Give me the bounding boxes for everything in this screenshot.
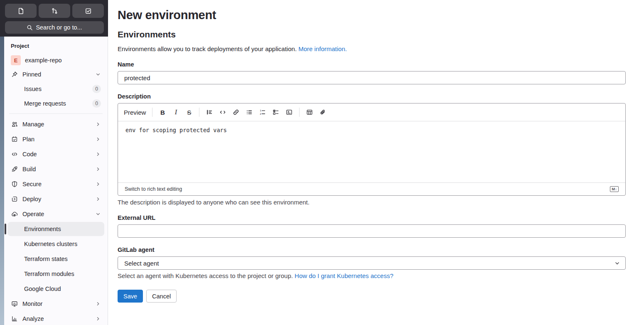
sidebar-item-plan[interactable]: Plan <box>7 132 104 146</box>
form-actions: Save Cancel <box>118 290 626 303</box>
gitlab-agent-select[interactable]: Select agent <box>118 256 626 270</box>
sidebar-item-terraform-modules[interactable]: Terraform modules <box>7 267 104 281</box>
table-button[interactable] <box>303 106 316 118</box>
chevron-right-icon <box>95 181 101 187</box>
markdown-editor-footer: Switch to rich text editing M↓ <box>118 182 625 195</box>
todo-shortcut-button[interactable] <box>72 4 104 18</box>
chevron-right-icon <box>95 136 101 142</box>
italic-button[interactable]: I <box>170 106 182 118</box>
analyze-label: Analyze <box>22 315 44 322</box>
chevron-down-icon <box>95 211 101 217</box>
merge-requests-shortcut-button[interactable] <box>39 4 70 18</box>
merge-request-icon <box>51 7 58 15</box>
terraform-modules-label: Terraform modules <box>24 271 74 277</box>
toolbar-divider <box>299 108 300 117</box>
task-list-button[interactable] <box>270 106 282 118</box>
rocket-icon <box>11 166 18 172</box>
merge-requests-label: Merge requests <box>24 100 66 107</box>
gitlab-agent-selected-value: Select agent <box>124 260 159 267</box>
bold-button[interactable]: B <box>156 106 169 118</box>
link-button[interactable] <box>230 106 242 118</box>
deploy-play-icon <box>11 196 18 202</box>
sidebar-item-monitor[interactable]: Monitor <box>7 297 104 311</box>
attach-file-button[interactable] <box>317 106 329 118</box>
deploy-label: Deploy <box>22 196 41 202</box>
collapsible-section-button[interactable] <box>283 106 295 118</box>
sidebar-item-code[interactable]: Code <box>7 147 104 161</box>
sidebar-item-kubernetes-clusters[interactable]: Kubernetes clusters <box>7 237 104 251</box>
chevron-right-icon <box>95 166 101 172</box>
search-placeholder: Search or go to... <box>36 24 82 31</box>
bullet-list-icon <box>246 109 253 116</box>
switch-rich-text-link[interactable]: Switch to rich text editing <box>125 186 182 192</box>
sidebar-item-manage[interactable]: Manage <box>7 117 104 131</box>
description-field-label: Description <box>118 93 626 100</box>
merge-requests-count-badge: 0 <box>92 99 101 108</box>
name-field-label: Name <box>118 61 626 68</box>
toolbar-divider <box>199 108 199 117</box>
description-help-text: The description is displayed to anyone w… <box>118 199 626 206</box>
more-information-link[interactable]: More information. <box>298 45 347 52</box>
blockquote-button[interactable] <box>203 106 216 118</box>
sidebar-item-terraform-states[interactable]: Terraform states <box>7 252 104 266</box>
markdown-icon[interactable]: M↓ <box>610 186 619 192</box>
monitor-icon <box>11 300 18 307</box>
toolbar-divider <box>152 108 152 117</box>
code-button[interactable] <box>216 106 229 118</box>
save-button[interactable]: Save <box>118 290 143 303</box>
sidebar-item-analyze[interactable]: Analyze <box>7 312 104 325</box>
markdown-toolbar: Preview B I S 12 <box>118 103 625 121</box>
cancel-button[interactable]: Cancel <box>146 290 177 303</box>
sidebar-item-operate[interactable]: Operate <box>7 207 104 221</box>
markdown-editor: Preview B I S 12 <box>118 103 626 196</box>
table-icon <box>306 109 313 116</box>
calendar-check-icon <box>11 136 18 143</box>
environments-label: Environments <box>24 226 61 232</box>
intro-text: Environments allow you to track deployme… <box>118 45 626 52</box>
sidebar-item-merge-requests[interactable]: Merge requests 0 <box>7 96 104 110</box>
issues-icon <box>17 7 25 15</box>
code-icon <box>219 109 226 116</box>
sidebar-item-project[interactable]: E example-repo <box>7 54 104 67</box>
sidebar-dark-header: Search or go to... <box>0 0 108 37</box>
search-input[interactable]: Search or go to... <box>5 21 104 34</box>
chevron-down-icon <box>614 260 620 266</box>
sidebar-item-pinned[interactable]: Pinned <box>7 68 104 81</box>
sidebar-item-issues[interactable]: Issues 0 <box>7 82 104 96</box>
chevron-right-icon <box>95 316 101 322</box>
description-textarea[interactable]: env for scoping protected vars <box>118 121 625 181</box>
strikethrough-button[interactable]: S <box>183 106 195 118</box>
issues-label: Issues <box>24 86 42 92</box>
pin-icon <box>11 71 18 78</box>
sidebar-item-environments[interactable]: Environments <box>7 222 104 236</box>
issues-shortcut-button[interactable] <box>5 4 37 18</box>
external-url-field-label: External URL <box>118 214 626 221</box>
shortcut-button-row <box>0 0 108 18</box>
terraform-states-label: Terraform states <box>24 256 68 262</box>
code-label: Code <box>22 151 37 158</box>
numbered-list-icon: 12 <box>259 109 266 116</box>
name-input[interactable] <box>118 71 626 84</box>
environments-section-title: Environments <box>118 30 626 39</box>
numbered-list-button[interactable]: 12 <box>256 106 269 118</box>
bullet-list-button[interactable] <box>243 106 256 118</box>
sidebar-item-google-cloud[interactable]: Google Cloud <box>7 282 104 296</box>
project-name: example-repo <box>25 57 62 64</box>
bar-chart-icon <box>11 315 18 322</box>
kubernetes-access-help-link[interactable]: How do I grant Kubernetes access? <box>295 272 393 279</box>
search-icon <box>27 25 33 31</box>
gitlab-agent-field-label: GitLab agent <box>118 246 626 253</box>
sidebar-item-secure[interactable]: Secure <box>7 177 104 191</box>
cloud-gear-icon <box>11 211 18 217</box>
chevron-right-icon <box>95 301 101 307</box>
sidebar-item-deploy[interactable]: Deploy <box>7 192 104 206</box>
external-url-input[interactable] <box>118 224 626 238</box>
users-icon <box>11 121 18 128</box>
sidebar-item-build[interactable]: Build <box>7 162 104 176</box>
collapsible-section-icon <box>286 109 293 116</box>
project-sidebar: Project E example-repo Pinned Issues 0 M… <box>4 37 108 325</box>
preview-button[interactable]: Preview <box>121 106 148 118</box>
chevron-right-icon <box>95 151 101 157</box>
monitor-label: Monitor <box>22 300 42 307</box>
new-environment-page: New environment Environments Environment… <box>108 0 644 325</box>
